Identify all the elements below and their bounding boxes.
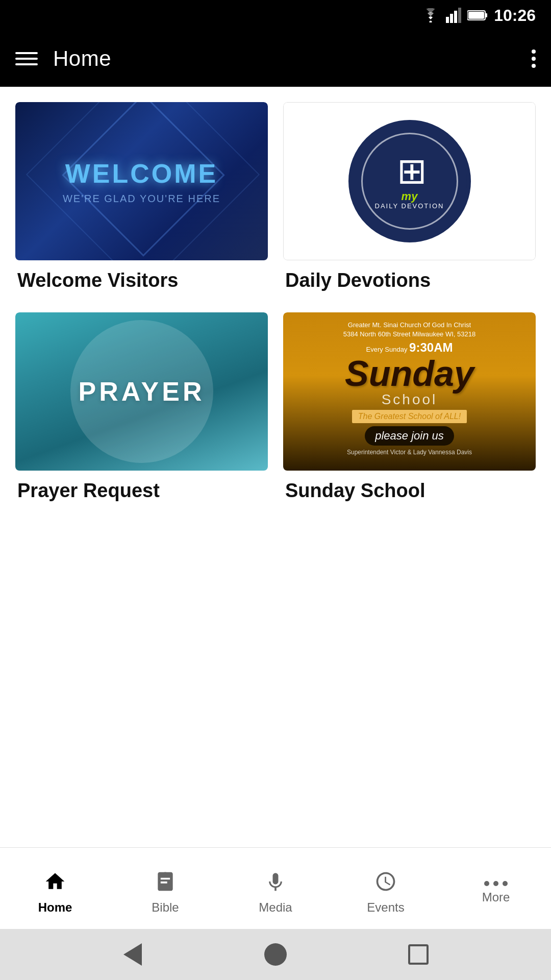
- sunday-school-sub-text: School: [382, 391, 438, 408]
- devotion-logo: ⊞ my DAILY DEVOTION: [348, 120, 471, 242]
- prayer-image: PRAYER: [15, 312, 268, 471]
- sunday-school-label: Sunday School: [283, 471, 536, 507]
- sunday-church-name: Greater Mt. Sinai Church Of God In Chris…: [343, 321, 475, 356]
- events-nav-icon: [374, 870, 397, 896]
- svg-rect-3: [454, 11, 457, 23]
- svg-rect-8: [164, 872, 166, 877]
- recents-icon: [408, 944, 429, 965]
- sunday-banner: Greater Mt. Sinai Church Of God In Chris…: [283, 312, 536, 471]
- signal-icon: [446, 8, 461, 23]
- home-circle-icon: [264, 943, 287, 966]
- sunday-big-text: Sunday: [345, 356, 474, 391]
- app-bar: Home: [0, 31, 551, 87]
- welcome-image: WELCOME WE'RE GLAD YOU'RE HERE: [15, 102, 268, 260]
- svg-rect-4: [458, 8, 461, 23]
- sunday-pastor-text: Superintendent Victor & Lady Vannessa Da…: [347, 449, 472, 456]
- prayer-request-label: Prayer Request: [15, 471, 268, 507]
- back-icon: [123, 943, 142, 966]
- nav-item-events[interactable]: Events: [331, 848, 441, 929]
- svg-rect-6: [485, 13, 487, 17]
- sunday-join-text: please join us: [365, 426, 454, 446]
- home-nav-label: Home: [38, 900, 72, 915]
- page-title: Home: [53, 46, 516, 71]
- bible-nav-icon: [154, 870, 177, 896]
- more-nav-icon: [484, 881, 508, 886]
- sunday-school-card[interactable]: Greater Mt. Sinai Church Of God In Chris…: [283, 312, 536, 507]
- prayer-banner: PRAYER: [15, 312, 268, 471]
- sys-back-button[interactable]: [120, 942, 145, 967]
- main-content: WELCOME WE'RE GLAD YOU'RE HERE Welcome V…: [0, 87, 551, 847]
- daily-devotions-label: Daily Devotions: [283, 260, 536, 297]
- welcome-sub-text: WE'RE GLAD YOU'RE HERE: [63, 193, 220, 205]
- nav-item-more[interactable]: More: [441, 848, 551, 929]
- card-grid: WELCOME WE'RE GLAD YOU'RE HERE Welcome V…: [15, 102, 536, 507]
- sunday-greatest-text: The Greatest School of ALL!: [352, 410, 467, 423]
- media-nav-label: Media: [259, 900, 292, 915]
- welcome-visitors-label: Welcome Visitors: [15, 260, 268, 297]
- more-options-button[interactable]: [532, 50, 536, 68]
- time-display: 10:26: [494, 6, 536, 25]
- svg-rect-2: [450, 14, 453, 23]
- events-nav-label: Events: [367, 900, 404, 915]
- status-icons: 10:26: [421, 6, 536, 25]
- prayer-request-card[interactable]: PRAYER Prayer Request: [15, 312, 268, 507]
- devotion-logo-wrapper: ⊞ my DAILY DEVOTION: [283, 102, 536, 260]
- devotion-image: ⊞ my DAILY DEVOTION: [283, 102, 536, 260]
- nav-item-bible[interactable]: Bible: [110, 848, 220, 929]
- daily-devotions-card[interactable]: ⊞ my DAILY DEVOTION Daily Devotions: [283, 102, 536, 297]
- status-bar: 10:26: [0, 0, 551, 31]
- battery-icon: [467, 10, 488, 21]
- svg-rect-1: [446, 17, 449, 23]
- sys-recents-button[interactable]: [406, 942, 431, 967]
- devotion-logo-inner: ⊞ my DAILY DEVOTION: [361, 133, 458, 230]
- home-nav-icon: [44, 870, 66, 896]
- devotion-title-text: DAILY DEVOTION: [375, 202, 444, 210]
- nav-item-media[interactable]: Media: [220, 848, 331, 929]
- prayer-main-text: PRAYER: [79, 376, 205, 407]
- bible-nav-label: Bible: [152, 900, 179, 915]
- bottom-nav: Home Bible Media Events More: [0, 847, 551, 929]
- svg-rect-7: [468, 12, 484, 19]
- nav-item-home[interactable]: Home: [0, 848, 110, 929]
- welcome-visitors-card[interactable]: WELCOME WE'RE GLAD YOU'RE HERE Welcome V…: [15, 102, 268, 297]
- wifi-icon: [421, 8, 440, 22]
- svg-point-0: [430, 21, 432, 23]
- devotion-my-text: my: [402, 191, 418, 202]
- cross-icon: ⊞: [397, 153, 422, 189]
- welcome-banner: WELCOME WE'RE GLAD YOU'RE HERE: [15, 102, 268, 260]
- sys-home-button[interactable]: [263, 942, 288, 967]
- more-nav-label: More: [482, 890, 510, 904]
- sunday-image: Greater Mt. Sinai Church Of God In Chris…: [283, 312, 536, 471]
- welcome-main-text: WELCOME: [65, 158, 218, 189]
- media-nav-icon: [264, 870, 287, 896]
- system-nav-bar: [0, 929, 551, 980]
- menu-button[interactable]: [15, 52, 38, 65]
